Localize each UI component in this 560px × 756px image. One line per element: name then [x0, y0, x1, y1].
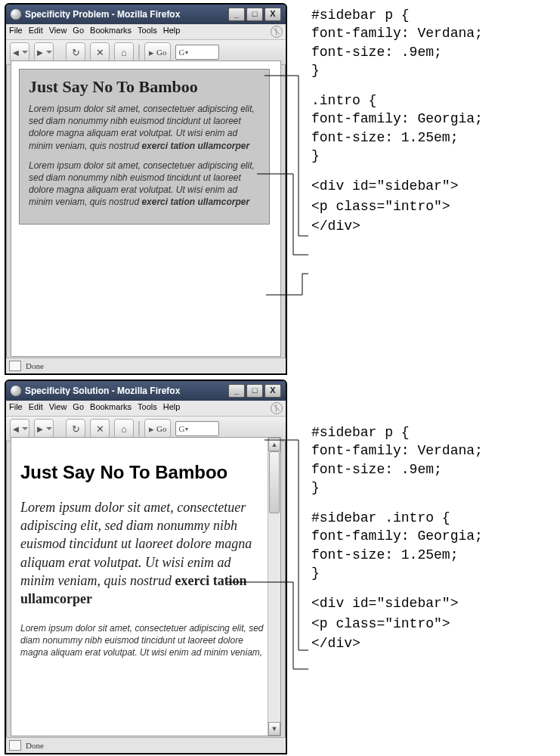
html-close-div: </div>	[311, 217, 555, 235]
firefox-icon	[11, 9, 21, 20]
window-title: Specificity Problem - Mozilla Firefox	[25, 10, 228, 19]
menu-bookmarks[interactable]: Bookmarks	[90, 26, 131, 38]
menu-edit[interactable]: Edit	[29, 26, 43, 38]
code-column-solution: #sidebar p { font-family: Verdana; font-…	[311, 423, 555, 665]
menu-tools[interactable]: Tools	[138, 402, 157, 414]
back-button[interactable]: ◄	[10, 419, 29, 438]
firefox-icon	[11, 386, 21, 396]
figure: Specificity Problem - Mozilla Firefox _ …	[0, 0, 560, 756]
window-controls: _ □ X	[228, 384, 281, 398]
menubar: File Edit View Go Bookmarks Tools Help	[6, 24, 286, 40]
scroll-down-icon[interactable]: ▼	[268, 722, 280, 736]
window-title: Specificity Solution - Mozilla Firefox	[25, 386, 228, 395]
scroll-up-icon[interactable]: ▲	[268, 438, 280, 451]
css-rule-intro: .intro { font-family: Georgia; font-size…	[311, 91, 555, 165]
html-open-p: <p class="intro">	[311, 615, 555, 633]
reload-button[interactable]: ↻	[66, 419, 85, 438]
maximize-button[interactable]: □	[246, 384, 263, 398]
go-button[interactable]: ▸Go	[144, 419, 171, 438]
menu-view[interactable]: View	[49, 26, 67, 38]
menubar: File Edit View Go Bookmarks Tools Help	[6, 401, 286, 417]
para-text: Lorem ipsum dolor sit amet, consectetuer…	[20, 623, 264, 658]
stop-button[interactable]: ✕	[90, 42, 110, 62]
second-paragraph: Lorem ipsum dolor sit amet, consectetuer…	[20, 622, 264, 659]
menu-go[interactable]: Go	[73, 402, 84, 414]
search-box[interactable]: G▾	[175, 421, 219, 436]
search-box[interactable]: G▾	[175, 45, 219, 60]
page-heading: Just Say No To Bamboo	[20, 462, 264, 483]
browser-window-solution: Specificity Solution - Mozilla Firefox _…	[5, 380, 287, 754]
code-column-problem: #sidebar p { font-family: Verdana; font-…	[311, 6, 555, 247]
menu-help[interactable]: Help	[163, 26, 181, 38]
content-area: Just Say No To Bamboo Lorem ipsum dolor …	[11, 437, 281, 736]
titlebar[interactable]: Specificity Solution - Mozilla Firefox _…	[6, 381, 286, 401]
forward-button[interactable]: ►	[34, 42, 54, 62]
html-close-div: </div>	[311, 634, 555, 652]
reload-button[interactable]: ↻	[66, 42, 85, 62]
intro-paragraph: Lorem ipsum dolor sit amet, consectetuer…	[29, 103, 260, 152]
para-bold: exerci tation ullamcorper	[141, 197, 249, 207]
page: Just Say No To Bamboo Lorem ipsum dolor …	[11, 61, 280, 232]
html-open-p: <p class="intro">	[311, 197, 555, 215]
throbber-icon	[271, 402, 283, 414]
menu-bookmarks[interactable]: Bookmarks	[90, 402, 131, 414]
menu-file[interactable]: File	[9, 26, 23, 38]
intro-paragraph: Lorem ipsum dolor sit amet, consectetuer…	[20, 498, 264, 609]
page: Just Say No To Bamboo Lorem ipsum dolor …	[11, 438, 280, 675]
home-button[interactable]: ⌂	[114, 419, 134, 438]
menu-edit[interactable]: Edit	[29, 402, 43, 414]
html-open-div: <div id="sidebar">	[311, 177, 555, 195]
status-text: Done	[26, 361, 44, 370]
para-bold: exerci tation ullamcorper	[141, 141, 249, 151]
search-engine-icon: G	[178, 48, 184, 57]
menu-file[interactable]: File	[9, 402, 23, 414]
css-rule-sidebar-p: #sidebar p { font-family: Verdana; font-…	[311, 6, 555, 79]
window-controls: _ □ X	[228, 8, 281, 21]
go-label: Go	[156, 48, 166, 57]
minimize-button[interactable]: _	[228, 8, 245, 21]
status-text: Done	[26, 741, 44, 750]
go-button[interactable]: ▸Go	[144, 42, 171, 62]
throbber-icon	[271, 26, 283, 38]
home-button[interactable]: ⌂	[114, 42, 134, 62]
sidebar-div: Just Say No To Bamboo Lorem ipsum dolor …	[19, 69, 270, 225]
second-paragraph: Lorem ipsum dolor sit amet, consectetuer…	[29, 160, 260, 209]
forward-button[interactable]: ►	[34, 419, 54, 438]
css-rule-sidebar-intro: #sidebar .intro { font-family: Georgia; …	[311, 509, 555, 582]
status-icon	[9, 361, 21, 371]
scrollbar[interactable]: ▲ ▼	[268, 438, 280, 736]
scroll-thumb[interactable]	[269, 451, 280, 513]
stop-button[interactable]: ✕	[90, 419, 110, 438]
statusbar: Done	[6, 358, 286, 373]
menu-tools[interactable]: Tools	[138, 26, 157, 38]
close-button[interactable]: X	[265, 384, 281, 398]
minimize-button[interactable]: _	[228, 384, 245, 398]
css-rule-sidebar-p: #sidebar p { font-family: Verdana; font-…	[311, 423, 555, 497]
titlebar[interactable]: Specificity Problem - Mozilla Firefox _ …	[6, 5, 286, 24]
back-button[interactable]: ◄	[10, 42, 29, 62]
content-area: Just Say No To Bamboo Lorem ipsum dolor …	[11, 60, 281, 357]
menu-go[interactable]: Go	[73, 26, 84, 38]
go-label: Go	[156, 424, 166, 433]
menu-view[interactable]: View	[49, 402, 67, 414]
page-heading: Just Say No To Bamboo	[29, 77, 260, 97]
menu-help[interactable]: Help	[163, 402, 181, 414]
search-engine-icon: G	[178, 424, 184, 433]
html-open-div: <div id="sidebar">	[311, 594, 555, 612]
browser-window-problem: Specificity Problem - Mozilla Firefox _ …	[5, 3, 287, 375]
close-button[interactable]: X	[265, 8, 281, 21]
statusbar: Done	[6, 737, 286, 753]
status-icon	[9, 740, 21, 751]
maximize-button[interactable]: □	[246, 8, 263, 21]
